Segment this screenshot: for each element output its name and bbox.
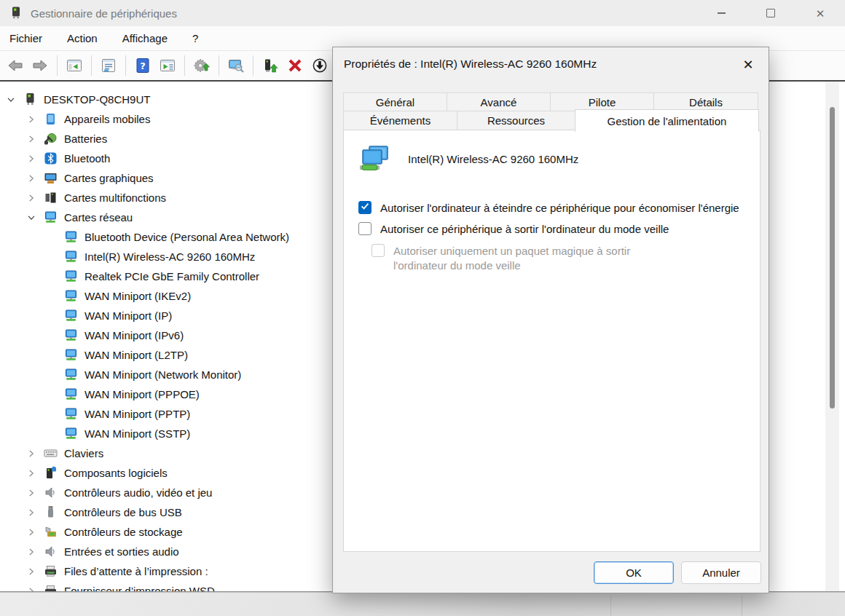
computer-search-icon (227, 57, 245, 74)
tree-item-label: Batteries (64, 133, 107, 145)
chevron-spacer (47, 251, 64, 263)
tree-item-label: Cartes multifonctions (64, 191, 166, 204)
chevron-right-icon[interactable] (26, 114, 44, 125)
tree-item-label: Contrôleurs audio, vidéo et jeu (64, 486, 212, 499)
toolbar-disable-button[interactable] (308, 54, 331, 77)
audio-icon (44, 486, 58, 499)
mobile-icon (44, 112, 58, 126)
chevron-down-icon[interactable] (6, 94, 23, 106)
display-adapter-icon (44, 171, 58, 185)
toolbar-separator (184, 55, 185, 76)
chevron-right-icon[interactable] (26, 153, 44, 165)
toolbar-update-driver-button[interactable] (259, 54, 282, 77)
taskbar-divider (742, 596, 742, 616)
tab-ressources[interactable]: Ressources (457, 111, 575, 130)
network-icon (64, 387, 78, 401)
tab--v-nements[interactable]: Événements (343, 111, 457, 130)
tree-item-label: DESKTOP-Q8CH9UT (44, 93, 150, 106)
toolbar-separator (91, 55, 92, 76)
minimize-button[interactable] (707, 2, 736, 24)
caption-buttons: ✕ (707, 0, 835, 26)
ok-button[interactable]: OK (594, 561, 674, 584)
scrollbar-thumb[interactable] (830, 107, 835, 408)
tree-item-label: WAN Miniport (PPTP) (84, 408, 190, 420)
tab-row-2: ÉvénementsRessourcesGestion de l'aliment… (343, 111, 760, 130)
dialog-titlebar: Propriétés de : Intel(R) Wireless-AC 926… (333, 47, 769, 81)
tree-item-label: WAN Miniport (IKEv2) (84, 290, 191, 302)
allow-wake-row: Autoriser ce périphérique à sortir l'ord… (358, 222, 669, 237)
tab-gestion-de-l-alimentation[interactable]: Gestion de l'alimentation (575, 109, 759, 132)
chevron-right-icon[interactable] (26, 173, 44, 184)
storage-icon (44, 525, 58, 539)
help-icon: ? (134, 57, 152, 74)
chevron-right-icon[interactable] (26, 526, 44, 538)
chevron-right-icon[interactable] (26, 546, 44, 558)
magic-packet-only-checkbox (372, 244, 385, 257)
maximize-button[interactable] (756, 2, 785, 24)
allow-turn-off-checkbox[interactable] (358, 201, 372, 214)
toolbar-scan-hardware-button[interactable] (190, 54, 213, 77)
uninstall-icon (286, 57, 304, 74)
toolbar-separator (253, 55, 254, 76)
tree-item-label: Composants logiciels (64, 467, 168, 479)
magic-packet-only-row: Autoriser uniquement un paquet magique à… (372, 244, 634, 273)
printer-icon (44, 564, 58, 578)
checkmark-icon (359, 200, 371, 215)
network-icon (64, 250, 78, 264)
tree-item-label: WAN Miniport (PPPOE) (84, 388, 200, 400)
tab-avanc-[interactable]: Avancé (447, 92, 551, 111)
toolbar-uninstall-button[interactable] (283, 54, 307, 77)
chevron-right-icon[interactable] (26, 487, 44, 499)
chevron-right-icon[interactable] (26, 133, 44, 145)
toolbar-computer-search-button[interactable] (224, 54, 248, 77)
chevron-spacer (47, 389, 64, 400)
toolbar-console-tree-button[interactable] (63, 54, 86, 77)
chevron-right-icon[interactable] (26, 585, 44, 592)
chevron-spacer (47, 428, 64, 440)
menu-item-action[interactable]: Action (59, 29, 106, 47)
vertical-scrollbar[interactable] (825, 82, 839, 591)
toolbar-back-button[interactable] (4, 54, 27, 77)
menu-item-aide[interactable]: ? (184, 29, 206, 47)
tree-item-label: Entrées et sorties audio (64, 545, 179, 558)
chevron-right-icon[interactable] (26, 192, 44, 204)
magic-packet-only-label: Autoriser uniquement un paquet magique à… (393, 244, 634, 273)
toolbar-help-button[interactable]: ? (131, 54, 154, 77)
tree-item-label: WAN Miniport (SSTP) (84, 427, 190, 440)
chevron-spacer (47, 408, 64, 420)
allow-wake-checkbox[interactable] (358, 222, 372, 235)
toolbar-forward-button[interactable] (28, 54, 52, 77)
bluetooth-icon (44, 151, 58, 165)
menu-item-affichage[interactable]: Affichage (114, 29, 176, 47)
allow-turn-off-label: Autoriser l'ordinateur à éteindre ce pér… (380, 201, 739, 216)
chevron-spacer (47, 350, 64, 361)
properties-icon (100, 57, 117, 74)
tab-g-n-ral[interactable]: Général (343, 92, 447, 111)
tree-item-label: WAN Miniport (IP) (84, 309, 172, 322)
chevron-right-icon[interactable] (26, 467, 44, 479)
minimize-icon (718, 12, 726, 14)
chevron-spacer (47, 310, 64, 322)
chevron-right-icon[interactable] (26, 566, 44, 577)
dialog-title: Propriétés de : Intel(R) Wireless-AC 926… (344, 58, 597, 71)
tree-item-label: Realtek PCIe GbE Family Controller (84, 270, 259, 283)
menu-item-fichier[interactable]: Fichier (1, 29, 50, 47)
cancel-button[interactable]: Annuler (681, 561, 761, 584)
keyboard-icon (44, 446, 58, 460)
toolbar-action-pane-button[interactable] (156, 54, 179, 77)
chevron-right-icon[interactable] (26, 448, 44, 459)
toolbar-properties-button[interactable] (97, 54, 120, 77)
properties-dialog: Propriétés de : Intel(R) Wireless-AC 926… (332, 47, 769, 593)
dialog-close-button[interactable]: ✕ (734, 52, 763, 76)
network-icon (64, 427, 78, 441)
close-button[interactable]: ✕ (806, 2, 835, 24)
network-icon (64, 348, 78, 362)
tree-item-label: Contrôleurs de stockage (64, 526, 183, 538)
tab-strip: GénéralAvancéPiloteDétails ÉvénementsRes… (343, 92, 760, 130)
maximize-icon (766, 9, 775, 17)
tree-item-label: Contrôleurs de bus USB (64, 506, 182, 518)
chevron-spacer (47, 369, 64, 381)
chevron-right-icon[interactable] (26, 507, 44, 518)
allow-wake-label: Autoriser ce périphérique à sortir l'ord… (380, 222, 669, 237)
chevron-down-icon[interactable] (26, 212, 44, 224)
